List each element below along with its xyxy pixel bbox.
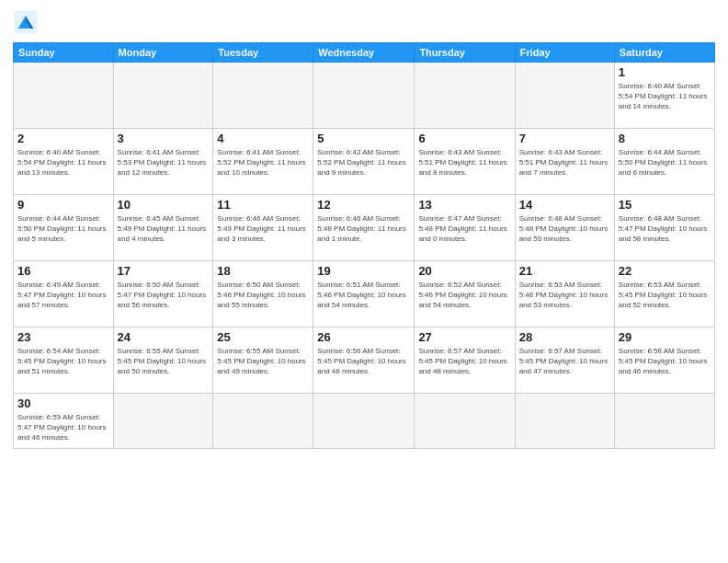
day-number: 30 <box>17 396 109 410</box>
day-info: Sunrise: 6:48 AM Sunset: 5:47 PM Dayligh… <box>619 213 711 245</box>
day-header-sunday: Sunday <box>14 43 114 63</box>
calendar-cell: 9Sunrise: 6:44 AM Sunset: 5:50 PM Daylig… <box>14 195 114 261</box>
day-number: 28 <box>519 330 610 344</box>
calendar-cell: 27Sunrise: 6:57 AM Sunset: 5:45 PM Dayli… <box>415 327 515 394</box>
calendar-cell: 28Sunrise: 6:57 AM Sunset: 5:45 PM Dayli… <box>515 327 614 394</box>
calendar-cell: 23Sunrise: 6:54 AM Sunset: 5:45 PM Dayli… <box>14 327 114 394</box>
day-info: Sunrise: 6:49 AM Sunset: 5:47 PM Dayligh… <box>17 280 109 311</box>
day-info: Sunrise: 6:54 AM Sunset: 5:45 PM Dayligh… <box>17 346 109 377</box>
day-number: 1 <box>619 65 711 79</box>
day-info: Sunrise: 6:42 AM Sunset: 5:52 PM Dayligh… <box>317 147 410 178</box>
day-number: 26 <box>317 330 410 344</box>
calendar-week-2: 9Sunrise: 6:44 AM Sunset: 5:50 PM Daylig… <box>14 195 715 261</box>
day-number: 21 <box>519 264 610 278</box>
day-info: Sunrise: 6:44 AM Sunset: 5:50 PM Dayligh… <box>17 213 109 245</box>
day-info: Sunrise: 6:55 AM Sunset: 5:45 PM Dayligh… <box>118 346 210 377</box>
day-header-thursday: Thursday <box>415 43 515 63</box>
logo <box>13 9 42 35</box>
day-number: 14 <box>519 198 610 212</box>
day-info: Sunrise: 6:48 AM Sunset: 5:48 PM Dayligh… <box>519 213 610 245</box>
day-number: 8 <box>619 132 711 145</box>
calendar-table: SundayMondayTuesdayWednesdayThursdayFrid… <box>13 42 715 449</box>
calendar-cell: 10Sunrise: 6:45 AM Sunset: 5:49 PM Dayli… <box>113 195 213 261</box>
day-number: 19 <box>317 264 410 278</box>
calendar-cell <box>614 394 714 449</box>
day-info: Sunrise: 6:46 AM Sunset: 5:49 PM Dayligh… <box>217 213 309 245</box>
day-number: 20 <box>418 264 510 278</box>
calendar-cell: 14Sunrise: 6:48 AM Sunset: 5:48 PM Dayli… <box>515 195 614 261</box>
day-info: Sunrise: 6:46 AM Sunset: 5:48 PM Dayligh… <box>317 213 410 245</box>
calendar-cell: 25Sunrise: 6:55 AM Sunset: 5:45 PM Dayli… <box>213 327 313 394</box>
calendar-cell <box>213 394 313 449</box>
day-info: Sunrise: 6:43 AM Sunset: 5:51 PM Dayligh… <box>519 147 610 178</box>
calendar-cell: 20Sunrise: 6:52 AM Sunset: 5:46 PM Dayli… <box>415 261 515 327</box>
calendar-cell: 7Sunrise: 6:43 AM Sunset: 5:51 PM Daylig… <box>515 129 614 195</box>
calendar-cell: 13Sunrise: 6:47 AM Sunset: 5:48 PM Dayli… <box>415 195 515 261</box>
day-header-wednesday: Wednesday <box>313 43 415 63</box>
calendar-cell: 11Sunrise: 6:46 AM Sunset: 5:49 PM Dayli… <box>213 195 313 261</box>
calendar-cell <box>113 63 213 129</box>
calendar-cell <box>113 394 213 449</box>
calendar-cell: 5Sunrise: 6:42 AM Sunset: 5:52 PM Daylig… <box>313 129 415 195</box>
day-number: 18 <box>217 264 309 278</box>
day-number: 3 <box>118 132 210 145</box>
day-info: Sunrise: 6:43 AM Sunset: 5:51 PM Dayligh… <box>418 147 510 178</box>
day-number: 23 <box>17 330 109 344</box>
calendar-cell: 3Sunrise: 6:41 AM Sunset: 5:53 PM Daylig… <box>113 129 213 195</box>
calendar-cell: 2Sunrise: 6:40 AM Sunset: 5:54 PM Daylig… <box>14 129 114 195</box>
day-header-saturday: Saturday <box>614 43 714 63</box>
day-info: Sunrise: 6:45 AM Sunset: 5:49 PM Dayligh… <box>118 213 210 245</box>
day-info: Sunrise: 6:53 AM Sunset: 5:46 PM Dayligh… <box>519 280 610 311</box>
calendar-cell: 22Sunrise: 6:53 AM Sunset: 5:45 PM Dayli… <box>614 261 714 327</box>
day-info: Sunrise: 6:40 AM Sunset: 5:54 PM Dayligh… <box>619 81 711 112</box>
day-number: 7 <box>519 132 610 145</box>
calendar-cell <box>515 63 614 129</box>
calendar-cell: 21Sunrise: 6:53 AM Sunset: 5:46 PM Dayli… <box>515 261 614 327</box>
calendar-cell: 24Sunrise: 6:55 AM Sunset: 5:45 PM Dayli… <box>113 327 213 394</box>
calendar-cell: 8Sunrise: 6:44 AM Sunset: 5:50 PM Daylig… <box>614 129 714 195</box>
day-info: Sunrise: 6:50 AM Sunset: 5:47 PM Dayligh… <box>118 280 210 311</box>
day-info: Sunrise: 6:52 AM Sunset: 5:46 PM Dayligh… <box>418 280 510 311</box>
day-info: Sunrise: 6:59 AM Sunset: 5:47 PM Dayligh… <box>17 412 109 443</box>
day-info: Sunrise: 6:41 AM Sunset: 5:53 PM Dayligh… <box>118 147 210 178</box>
calendar-cell <box>313 63 415 129</box>
calendar-week-4: 23Sunrise: 6:54 AM Sunset: 5:45 PM Dayli… <box>14 327 715 394</box>
calendar-header-row: SundayMondayTuesdayWednesdayThursdayFrid… <box>14 43 715 63</box>
day-header-monday: Monday <box>113 43 213 63</box>
calendar-cell: 6Sunrise: 6:43 AM Sunset: 5:51 PM Daylig… <box>415 129 515 195</box>
calendar-cell: 30Sunrise: 6:59 AM Sunset: 5:47 PM Dayli… <box>14 394 114 449</box>
calendar-cell: 17Sunrise: 6:50 AM Sunset: 5:47 PM Dayli… <box>113 261 213 327</box>
calendar-page: SundayMondayTuesdayWednesdayThursdayFrid… <box>0 0 728 563</box>
day-number: 2 <box>17 132 109 145</box>
day-number: 13 <box>418 198 510 212</box>
calendar-week-3: 16Sunrise: 6:49 AM Sunset: 5:47 PM Dayli… <box>14 261 715 327</box>
day-number: 10 <box>118 198 210 212</box>
day-number: 29 <box>619 330 711 344</box>
day-header-tuesday: Tuesday <box>213 43 313 63</box>
day-number: 15 <box>619 198 711 212</box>
calendar-week-5: 30Sunrise: 6:59 AM Sunset: 5:47 PM Dayli… <box>14 394 715 449</box>
calendar-cell: 26Sunrise: 6:56 AM Sunset: 5:45 PM Dayli… <box>313 327 415 394</box>
calendar-cell: 29Sunrise: 6:58 AM Sunset: 5:45 PM Dayli… <box>614 327 714 394</box>
day-number: 16 <box>17 264 109 278</box>
day-info: Sunrise: 6:51 AM Sunset: 5:46 PM Dayligh… <box>317 280 410 311</box>
day-info: Sunrise: 6:56 AM Sunset: 5:45 PM Dayligh… <box>317 346 410 377</box>
day-info: Sunrise: 6:57 AM Sunset: 5:45 PM Dayligh… <box>418 346 510 377</box>
calendar-week-0: 1Sunrise: 6:40 AM Sunset: 5:54 PM Daylig… <box>14 63 715 129</box>
day-number: 6 <box>418 132 510 145</box>
day-number: 24 <box>118 330 210 344</box>
header <box>13 9 715 35</box>
day-number: 25 <box>217 330 309 344</box>
day-number: 9 <box>17 198 109 212</box>
day-info: Sunrise: 6:44 AM Sunset: 5:50 PM Dayligh… <box>619 147 711 178</box>
day-info: Sunrise: 6:55 AM Sunset: 5:45 PM Dayligh… <box>217 346 309 377</box>
day-info: Sunrise: 6:41 AM Sunset: 5:52 PM Dayligh… <box>217 147 309 178</box>
calendar-cell: 18Sunrise: 6:50 AM Sunset: 5:46 PM Dayli… <box>213 261 313 327</box>
calendar-cell: 1Sunrise: 6:40 AM Sunset: 5:54 PM Daylig… <box>614 63 714 129</box>
calendar-cell <box>213 63 313 129</box>
calendar-cell: 19Sunrise: 6:51 AM Sunset: 5:46 PM Dayli… <box>313 261 415 327</box>
day-number: 4 <box>217 132 309 145</box>
calendar-cell: 4Sunrise: 6:41 AM Sunset: 5:52 PM Daylig… <box>213 129 313 195</box>
day-header-friday: Friday <box>515 43 614 63</box>
calendar-cell <box>415 63 515 129</box>
